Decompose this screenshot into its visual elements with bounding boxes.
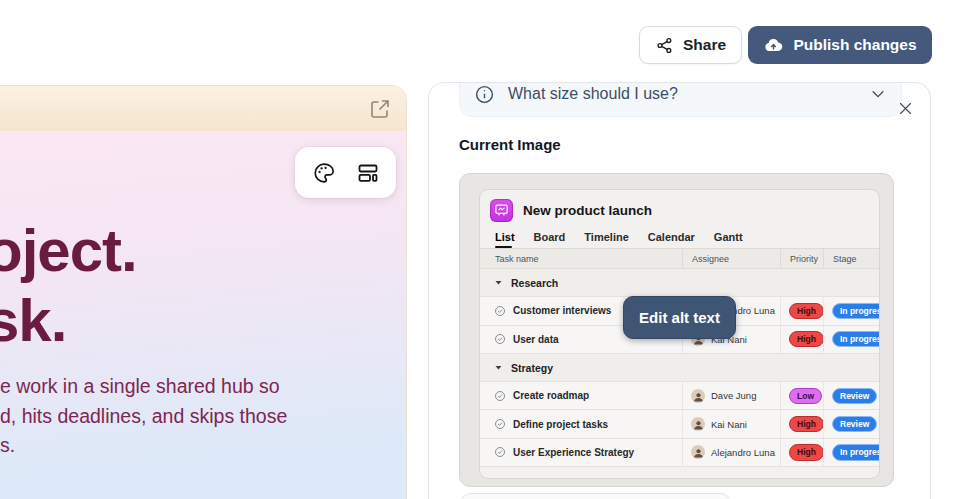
- task-name-cell: Create roadmap: [480, 382, 682, 409]
- share-icon: [655, 36, 674, 55]
- priority-cell: High: [780, 326, 823, 353]
- priority-badge: Low: [789, 388, 822, 405]
- preview-tab-calendar: Calendar: [648, 231, 695, 248]
- avatar: [691, 389, 705, 403]
- task-name-cell: Define project tasks: [480, 410, 682, 437]
- stage-badge: Review: [832, 416, 877, 433]
- priority-cell: High: [780, 439, 823, 466]
- edit-alt-text-button[interactable]: Edit alt text: [623, 296, 736, 339]
- avatar: [691, 445, 705, 459]
- hero-body-line2: d, hits deadlines, and skips those: [0, 405, 287, 427]
- stage-badge: In progress: [832, 303, 880, 320]
- task-name: Customer interviews: [513, 305, 611, 316]
- preview-tab-board: Board: [534, 231, 566, 248]
- layout-sections-icon[interactable]: [356, 161, 380, 185]
- section-chevron-icon: [494, 362, 503, 374]
- stage-cell: Review: [823, 410, 879, 437]
- current-image-label: Current Image: [459, 136, 561, 153]
- preview-tab-list: List: [495, 231, 515, 248]
- assignee-name: Alejandro Luna: [711, 447, 775, 458]
- share-button-label: Share: [683, 36, 726, 54]
- app-canvas: Share Publish changes oject.sk. e work i…: [0, 0, 960, 499]
- task-name-cell: User Experience Strategy: [480, 439, 682, 466]
- hero-heading-text[interactable]: oject.sk.: [0, 216, 137, 356]
- preview-table-header: Task nameAssigneePriorityStage: [480, 248, 879, 269]
- task-name: Create roadmap: [513, 390, 589, 401]
- close-panel-icon[interactable]: [895, 100, 915, 120]
- preview-board-title: New product launch: [523, 203, 652, 218]
- priority-cell: High: [780, 410, 823, 437]
- task-name: User Experience Strategy: [513, 447, 634, 458]
- preview-tabs: ListBoardTimelineCalendarGantt: [480, 229, 879, 248]
- image-settings-panel: What size should I use? Current Image: [428, 82, 931, 499]
- cloud-upload-icon: [763, 35, 784, 56]
- assignee-name: Dave Jung: [711, 390, 756, 401]
- stage-badge: Review: [832, 388, 877, 405]
- hero-heading-line1: oject.: [0, 217, 137, 284]
- check-circle-icon: [494, 333, 506, 345]
- check-circle-icon: [494, 305, 506, 317]
- share-button[interactable]: Share: [639, 26, 742, 64]
- task-row: User Experience Strategy Alejandro Luna …: [480, 439, 879, 467]
- stage-cell: In progress: [823, 326, 880, 353]
- section-label: Research: [511, 277, 558, 289]
- panel-next-section[interactable]: [459, 493, 732, 499]
- stage-badge: In progress: [832, 331, 880, 348]
- priority-cell: Low: [780, 382, 823, 409]
- stage-badge: In progress: [832, 444, 880, 461]
- priority-badge: High: [789, 416, 824, 433]
- task-name: Define project tasks: [513, 419, 608, 430]
- avatar: [691, 417, 705, 431]
- stage-cell: Review: [823, 382, 879, 409]
- preview-title-row: New product launch: [480, 190, 879, 229]
- info-icon: [474, 84, 495, 105]
- column-header-stage: Stage: [823, 249, 879, 268]
- column-header-priority: Priority: [780, 249, 823, 268]
- preview-tab-timeline: Timeline: [584, 231, 628, 248]
- section-chevron-icon: [494, 277, 503, 289]
- palette-icon[interactable]: [312, 161, 336, 185]
- size-help-question: What size should I use?: [508, 85, 869, 103]
- section-label: Strategy: [511, 362, 553, 374]
- hero-body-text[interactable]: e work in a single shared hub sod, hits …: [0, 372, 287, 461]
- assignee-cell: Kai Nani: [682, 410, 780, 437]
- section-row-strategy: Strategy: [480, 354, 879, 382]
- section-row-research: Research: [480, 269, 879, 297]
- publish-changes-button[interactable]: Publish changes: [748, 26, 932, 64]
- assignee-cell: Alejandro Luna: [682, 439, 780, 466]
- size-help-accordion[interactable]: What size should I use?: [459, 82, 902, 117]
- priority-badge: High: [789, 444, 824, 461]
- preview-tab-gantt: Gantt: [714, 231, 743, 248]
- priority-badge: High: [789, 331, 824, 348]
- hero-body-line3: s.: [0, 434, 15, 456]
- check-circle-icon: [494, 418, 506, 430]
- column-header-assignee: Assignee: [682, 249, 780, 268]
- hero-heading-line2: sk.: [0, 287, 66, 354]
- site-header-band: [0, 86, 406, 131]
- assignee-name: Kai Nani: [711, 419, 747, 430]
- stage-cell: In progress: [823, 297, 880, 324]
- priority-badge: High: [789, 303, 824, 320]
- stage-cell: In progress: [823, 439, 880, 466]
- task-row: Create roadmap Dave Jung Low Review: [480, 382, 879, 410]
- priority-cell: High: [780, 297, 823, 324]
- chevron-down-icon[interactable]: [869, 85, 887, 103]
- check-circle-icon: [494, 390, 506, 402]
- task-name: User data: [513, 334, 559, 345]
- hero-body-line1: e work in a single shared hub so: [0, 375, 280, 397]
- assignee-cell: Dave Jung: [682, 382, 780, 409]
- task-row: Define project tasks Kai Nani High Revie…: [480, 410, 879, 438]
- check-circle-icon: [494, 446, 506, 458]
- publish-button-label: Publish changes: [793, 36, 916, 54]
- presentation-board-icon: [490, 199, 513, 222]
- canvas-style-toolbar: [295, 147, 396, 198]
- column-header-task-name: Task name: [480, 249, 682, 268]
- open-external-icon[interactable]: [368, 97, 392, 121]
